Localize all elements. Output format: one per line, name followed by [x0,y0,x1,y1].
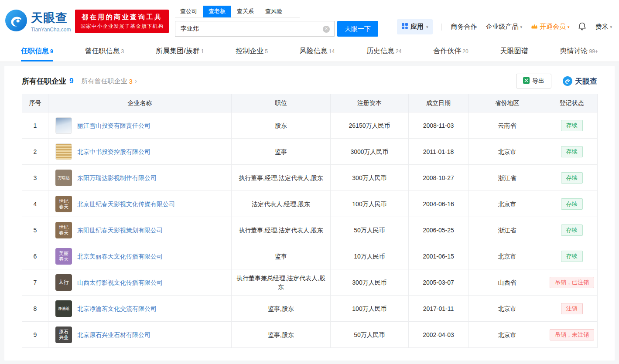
capital-cell: 300万人民币 [331,269,409,296]
search-tab[interactable]: 查风险 [260,6,287,17]
clear-icon[interactable]: × [323,26,330,33]
nav-business-cooperation[interactable]: 商务合作 [451,23,477,31]
company-link[interactable]: 北京世纪春天影视文化传媒有限公司 [77,200,175,208]
company-cell: 北京中书投资控股有限公司 [48,139,232,165]
page-tab[interactable]: 所属集团/族群1 [156,42,204,61]
chevron-down-icon: ▾ [568,25,570,29]
page-tabs: 任职信息9曾任职信息3所属集团/族群1控制企业5风险信息14历史信息24合作伙伴… [0,42,619,62]
divider [441,24,442,31]
nav-vip-label: 开通会员 [540,23,566,31]
date-cell: 2017-01-11 [409,296,469,322]
company-logo-image [55,117,72,134]
nav-open-vip[interactable]: 开通会员 ▾ [531,23,570,31]
top-nav: 应用 ▾ 商务合作 企业级产品 ▾ 开通会员 ▾ [397,19,612,34]
company-link[interactable]: 北京中书投资控股有限公司 [77,147,150,156]
notification-bell[interactable] [578,22,586,32]
region-cell: 北京市 [469,296,546,322]
logo-text-line: 净瀹茗 [58,306,70,311]
search-block: 查公司查老板查关系查风险 × 天眼一下 [175,6,378,37]
status-badge: 存续 [561,225,583,236]
user-menu[interactable]: 费米 ▾ [595,23,612,31]
company-link[interactable]: 北京美丽春天文化传播有限公司 [77,252,163,261]
page-tab-label: 所属集团/族群 [156,47,199,56]
bell-icon [578,22,586,32]
chevron-down-icon: ▾ [426,25,428,29]
logo-text-line: 春天 [59,256,68,262]
search-tab[interactable]: 查关系 [232,6,259,17]
logo-text-line: 世纪 [59,198,68,204]
page-tab[interactable]: 天眼图谱 [500,42,528,61]
search-button[interactable]: 天眼一下 [337,21,378,37]
search-tab[interactable]: 查老板 [203,6,231,17]
capital-cell: 50万人民币 [331,322,409,348]
search-tab[interactable]: 查公司 [175,6,202,17]
region-cell: 浙江省 [469,165,546,191]
chevron-right-icon: › [135,77,137,85]
company-link[interactable]: 东阳万瑞达影视制作有限公司 [77,173,157,182]
company-cell: 净瀹茗北京净瀹茗文化交流有限公司 [48,296,232,322]
page-tab[interactable]: 曾任职信息3 [85,42,124,61]
region-cell: 北京市 [469,139,546,165]
nav-business-label: 商务合作 [451,23,477,31]
date-cell: 2002-04-03 [409,322,469,348]
company-logo: 原石兴业 [55,327,72,343]
page-tab-count: 24 [396,48,401,54]
apps-button[interactable]: 应用 ▾ [397,19,433,34]
former-positions-link[interactable]: 所有曾任职企业 3 › [81,77,137,85]
region-cell: 北京市 [469,243,546,269]
company-link[interactable]: 东阳世纪春天影视策划有限公司 [77,226,163,235]
brand-logo[interactable]: 天眼查 TianYanCha.com [5,10,71,33]
table-row: 9原石兴业北京原石兴业石材有限公司监事,股东50万人民币2002-04-03北京… [22,322,598,348]
page-tab[interactable]: 任职信息9 [21,42,53,61]
page-tab-label: 合作伙伴 [433,47,461,56]
status-cell: 存续 [546,217,598,243]
capital-cell: 50万人民币 [331,217,409,243]
row-index-cell: 4 [22,191,48,217]
status-badge: 存续 [561,146,583,157]
ad-banner-line1: 都在用的商业查询工具 [80,13,164,21]
page-tab[interactable]: 合作伙伴20 [433,42,468,61]
company-link[interactable]: 北京原石兴业石材有限公司 [77,330,150,339]
ad-banner[interactable]: 都在用的商业查询工具 国家中小企业发展子基金旗下机构 [75,10,169,33]
status-badge: 存续 [561,120,583,131]
status-badge: 吊销，未注销 [550,329,594,340]
company-cell: 万瑞达东阳万瑞达影视制作有限公司 [48,165,232,191]
status-cell: 存续 [546,112,598,139]
table-row: 4世纪春天北京世纪春天影视文化传媒有限公司法定代表人,经理,股东100万人民币2… [22,191,598,217]
page-tab-label: 曾任职信息 [85,47,120,56]
region-cell: 云南省 [469,112,546,139]
row-index-cell: 1 [22,112,48,139]
row-index-cell: 6 [22,243,48,269]
status-badge: 注销 [561,303,583,314]
row-index-cell: 3 [22,165,48,191]
row-index-cell: 2 [22,139,48,165]
page-tab[interactable]: 控制企业5 [236,42,268,61]
status-cell: 注销 [546,296,598,322]
page-tab[interactable]: 风险信息14 [300,42,335,61]
search-input[interactable] [175,21,334,36]
page-tab-label: 天眼图谱 [500,47,528,56]
page-tab[interactable]: 舆情讨论99+ [560,42,598,61]
page-tab-label: 控制企业 [236,47,263,56]
region-cell: 浙江省 [469,217,546,243]
logo-text-line: 美丽 [59,251,68,256]
logo-text-line: 原石 [59,329,68,335]
capital-cell: 26150万人民币 [331,112,409,139]
page-tab-count: 14 [329,48,335,54]
nav-enterprise-label: 企业级产品 [486,23,518,31]
export-button[interactable]: 导出 [516,74,551,88]
page-tab[interactable]: 历史信息24 [366,42,401,61]
company-link[interactable]: 山西太行影视文化传播有限公司 [77,278,163,287]
nav-enterprise-products[interactable]: 企业级产品 ▾ [486,23,522,31]
table-row: 3万瑞达东阳万瑞达影视制作有限公司执行董事,经理,法定代表人,股东300万人民币… [22,165,598,191]
crown-icon [531,23,538,31]
table-row: 2北京中书投资控股有限公司监事3000万人民币2011-01-18北京市存续 [22,139,598,165]
position-cell: 法定代表人,经理,股东 [232,191,331,217]
capital-cell: 100万人民币 [331,191,409,217]
company-logo: 世纪春天 [55,196,72,212]
date-cell: 2005-03-07 [409,269,469,296]
company-link[interactable]: 丽江雪山投资有限责任公司 [77,121,150,130]
company-logo: 净瀹茗 [55,300,72,317]
company-link[interactable]: 北京净瀹茗文化交流有限公司 [77,304,157,313]
position-cell: 监事,股东 [232,322,331,348]
